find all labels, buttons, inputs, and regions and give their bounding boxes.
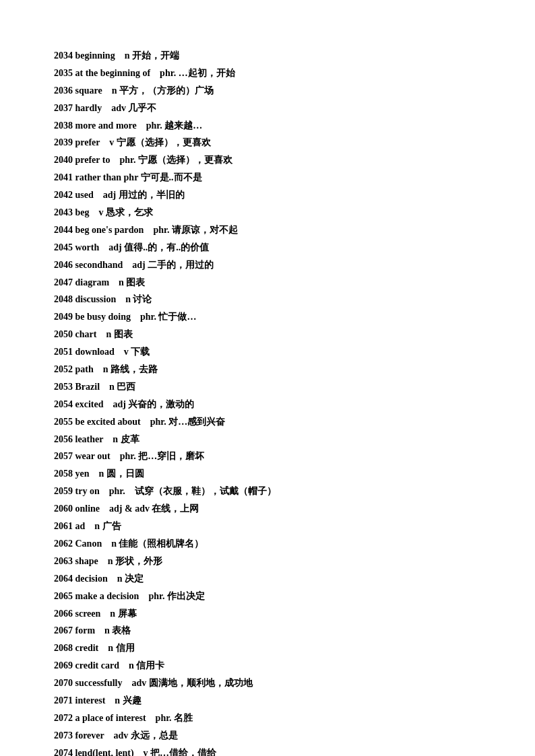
vocabulary-entry: 2034 beginning n 开始，开端 xyxy=(54,47,481,65)
vocabulary-entry: 2072 a place of interest phr. 名胜 xyxy=(54,710,481,727)
vocabulary-entry: 2053 Brazil n 巴西 xyxy=(54,378,481,396)
vocabulary-entry: 2044 beg one's pardon phr. 请原谅，对不起 xyxy=(54,221,481,239)
vocabulary-entry: 2056 leather n 皮革 xyxy=(54,431,481,448)
vocabulary-entry: 2045 worth adj 值得..的，有..的价值 xyxy=(54,239,481,256)
vocabulary-entry: 2038 more and more phr. 越来越… xyxy=(54,117,481,135)
vocabulary-entry: 2071 interest n 兴趣 xyxy=(54,692,481,710)
vocabulary-entry: 2040 prefer to phr. 宁愿（选择），更喜欢 xyxy=(54,151,481,169)
vocabulary-entry: 2074 lend(lent, lent) v 把…借给，借给 xyxy=(54,745,481,756)
vocabulary-entry: 2063 shape n 形状，外形 xyxy=(54,553,481,570)
vocabulary-entry: 2051 download v 下载 xyxy=(54,343,481,361)
vocabulary-entry: 2049 be busy doing phr. 忙于做… xyxy=(54,308,481,326)
vocabulary-entry: 2058 yen n 圆，日圆 xyxy=(54,465,481,483)
vocabulary-entry: 2039 prefer v 宁愿（选择），更喜欢 xyxy=(54,134,481,151)
vocabulary-entry: 2068 credit n 信用 xyxy=(54,640,481,657)
vocabulary-entry: 2041 rather than phr 宁可是..而不是 xyxy=(54,169,481,186)
vocabulary-entry: 2065 make a decision phr. 作出决定 xyxy=(54,588,481,605)
vocabulary-entry: 2048 discussion n 讨论 xyxy=(54,291,481,308)
vocabulary-entry: 2052 path n 路线，去路 xyxy=(54,361,481,378)
vocabulary-entry: 2062 Canon n 佳能（照相机牌名） xyxy=(54,535,481,553)
vocabulary-entry: 2064 decision n 决定 xyxy=(54,570,481,588)
vocabulary-entry: 2037 hardly adv 几乎不 xyxy=(54,100,481,117)
vocabulary-entry: 2036 square n 平方，（方形的）广场 xyxy=(54,82,481,100)
vocabulary-entry: 2057 wear out phr. 把…穿旧，磨坏 xyxy=(54,448,481,465)
vocabulary-entry: 2054 excited adj 兴奋的，激动的 xyxy=(54,396,481,413)
vocabulary-entry: 2059 try on phr. 试穿（衣服，鞋），试戴（帽子） xyxy=(54,483,481,500)
vocabulary-entry: 2035 at the beginning of phr. …起初，开始 xyxy=(54,65,481,82)
vocabulary-entry: 2046 secondhand adj 二手的，用过的 xyxy=(54,256,481,274)
vocabulary-entry: 2050 chart n 图表 xyxy=(54,326,481,343)
vocabulary-entry: 2060 online adj & adv 在线，上网 xyxy=(54,500,481,518)
vocabulary-list: 2034 beginning n 开始，开端2035 at the beginn… xyxy=(54,47,481,756)
vocabulary-entry: 2055 be excited about phr. 对…感到兴奋 xyxy=(54,413,481,431)
vocabulary-entry: 2069 credit card n 信用卡 xyxy=(54,657,481,675)
vocabulary-entry: 2061 ad n 广告 xyxy=(54,518,481,535)
vocabulary-entry: 2067 form n 表格 xyxy=(54,622,481,640)
vocabulary-entry: 2043 beg v 恳求，乞求 xyxy=(54,204,481,221)
vocabulary-entry: 2070 successfully adv 圆满地，顺利地，成功地 xyxy=(54,675,481,692)
vocabulary-entry: 2073 forever adv 永远，总是 xyxy=(54,727,481,745)
vocabulary-entry: 2042 used adj 用过的，半旧的 xyxy=(54,186,481,204)
vocabulary-entry: 2047 diagram n 图表 xyxy=(54,274,481,291)
vocabulary-entry: 2066 screen n 屏幕 xyxy=(54,605,481,623)
